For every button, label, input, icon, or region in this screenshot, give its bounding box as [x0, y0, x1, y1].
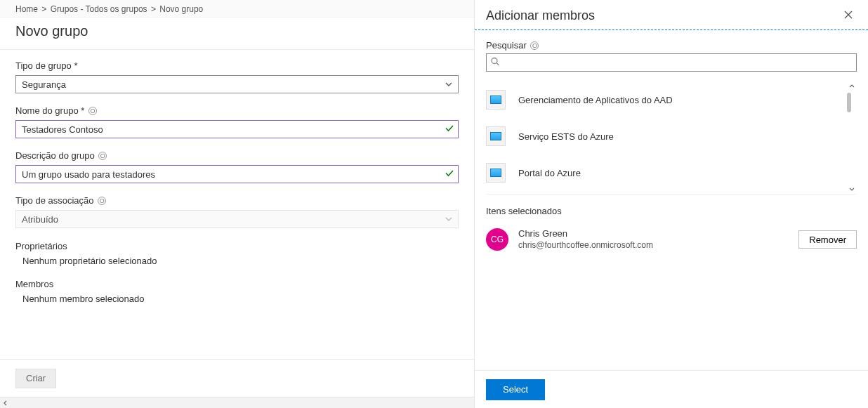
svg-line-1 [497, 63, 499, 66]
required-mark: * [81, 105, 84, 116]
group-type-label-text: Tipo de grupo [15, 60, 72, 71]
avatar: CG [486, 228, 508, 251]
info-icon[interactable]: O [530, 41, 539, 50]
info-icon[interactable]: O [98, 152, 107, 160]
info-icon[interactable]: O [88, 107, 97, 115]
result-row[interactable]: Gerenciamento de Aplicativos do AAD [486, 81, 847, 118]
breadcrumb-current: Novo grupo [159, 4, 203, 14]
result-label: Gerenciamento de Aplicativos do AAD [518, 95, 673, 105]
scroll-thumb[interactable] [847, 93, 851, 112]
panel-footer: Select [475, 370, 868, 408]
results-box: Gerenciamento de Aplicativos do AAD Serv… [486, 81, 857, 195]
create-button[interactable]: Criar [15, 369, 56, 388]
add-members-panel: Adicionar membros Pesquisar O [475, 0, 868, 408]
scroll-up-icon[interactable] [847, 81, 857, 91]
member-name: Chris Green [518, 228, 798, 239]
bottom-bar: Criar [0, 359, 474, 397]
members-header: Membros [15, 279, 459, 289]
group-name-label: Nome do grupo * O [15, 105, 459, 117]
group-desc-label: Descrição do grupo O [15, 150, 459, 162]
results-list: Gerenciamento de Aplicativos do AAD Serv… [486, 81, 857, 191]
membership-type-label-text: Tipo de associação [15, 195, 94, 206]
horizontal-scrollbar[interactable] [0, 397, 474, 408]
group-name-input[interactable] [15, 120, 459, 138]
membership-type-select[interactable] [15, 210, 459, 228]
dotted-separator [475, 29, 868, 30]
breadcrumb-sep: > [41, 4, 48, 14]
owners-empty[interactable]: Nenhum proprietário selecionado [15, 256, 459, 266]
result-label: Portal do Azure [518, 168, 581, 178]
breadcrumb-groups[interactable]: Grupos - Todos os grupos [51, 4, 147, 14]
result-row[interactable]: Serviço ESTS do Azure [486, 118, 847, 154]
group-name-label-text: Nome do grupo [15, 105, 79, 116]
search-label-text: Pesquisar [486, 40, 527, 51]
select-button[interactable]: Select [486, 379, 545, 400]
search-label: Pesquisar O [486, 40, 857, 51]
selected-header: Itens selecionados [486, 206, 857, 216]
member-email: chris@fourthcoffee.onmicrosoft.com [518, 239, 798, 251]
remove-button[interactable]: Remover [798, 230, 857, 249]
group-type-label: Tipo de grupo * [15, 60, 459, 72]
group-desc-label-text: Descrição do grupo [15, 150, 95, 161]
vertical-scrollbar[interactable] [847, 81, 857, 194]
page-title: Novo grupo [0, 18, 474, 49]
app-icon [486, 163, 506, 183]
members-empty[interactable]: Nenhum membro selecionado [15, 294, 459, 304]
result-label: Serviço ESTS do Azure [518, 131, 614, 142]
group-desc-input[interactable] [15, 165, 459, 183]
app-icon [486, 126, 506, 146]
svg-point-0 [492, 58, 497, 64]
scroll-left-icon[interactable] [0, 398, 11, 408]
selected-row: CG Chris Green chris@fourthcoffee.onmicr… [486, 223, 857, 256]
search-input[interactable] [486, 53, 857, 72]
app-icon [486, 90, 506, 110]
info-icon[interactable]: O [98, 197, 106, 205]
result-row[interactable]: Portal do Azure [486, 154, 847, 191]
breadcrumb-sep: > [151, 4, 158, 14]
membership-type-label: Tipo de associação O [15, 195, 459, 207]
required-mark: * [74, 60, 77, 71]
divider [0, 49, 474, 50]
close-icon [843, 10, 853, 22]
scroll-down-icon[interactable] [847, 184, 857, 194]
member-info: Chris Green chris@fourthcoffee.onmicroso… [518, 228, 798, 251]
owners-header: Proprietários [15, 241, 459, 251]
group-type-select[interactable] [15, 75, 459, 93]
breadcrumb-home[interactable]: Home [15, 4, 38, 14]
close-button[interactable] [840, 7, 857, 24]
panel-title: Adicionar membros [486, 8, 840, 23]
search-icon [490, 57, 500, 69]
breadcrumb: Home > Grupos - Todos os grupos > Novo g… [0, 0, 474, 18]
main-pane: Home > Grupos - Todos os grupos > Novo g… [0, 0, 475, 408]
